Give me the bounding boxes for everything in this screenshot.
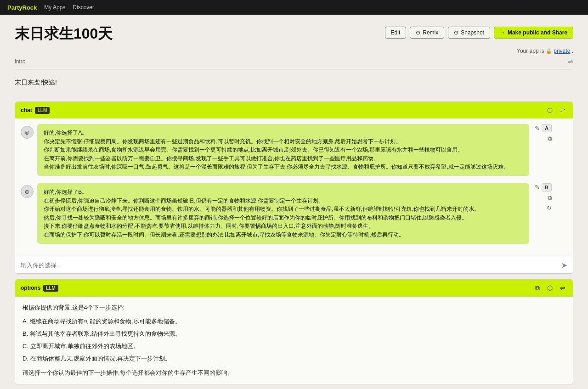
chat-input[interactable]	[21, 262, 558, 269]
options-header-left: options LLM	[21, 285, 58, 292]
share-button[interactable]: → Make public and Share	[494, 27, 573, 39]
edit-button[interactable]: Edit	[385, 27, 407, 39]
chat-badge: LLM	[35, 107, 50, 114]
remix-button[interactable]: ⊙ Remix	[410, 27, 444, 39]
chat-header-right: ⬡ ⇌	[545, 106, 567, 115]
copy-message-a-icon[interactable]: ⧉	[548, 135, 552, 142]
intro-label: intro	[15, 58, 25, 65]
header-actions: Edit ⊙ Remix ⊙ Snapshot → Make public an…	[385, 27, 573, 39]
page-title: 末日求生100天	[15, 24, 385, 44]
bubble-b: 好的,你选择了B。 在初步停慌后,你强迫自己冷静下来。你判断这个商场虽然破旧,但…	[37, 183, 529, 244]
avatar: ☺	[21, 126, 34, 139]
intro-section: intro ⇌	[15, 58, 573, 69]
chat-export-button[interactable]: ⬡	[545, 106, 554, 115]
copy-message-b-icon[interactable]: ⧉	[548, 194, 552, 202]
options-type-label: options	[21, 285, 40, 291]
chat-input-row: ➤	[15, 257, 573, 273]
bubble-b-actions: ✎ B ⧉ ↻	[535, 183, 552, 211]
nav-discover[interactable]: Discover	[73, 4, 94, 11]
chat-settings-button[interactable]: ⇌	[558, 106, 567, 115]
filter-icon[interactable]: ⇌	[568, 58, 573, 65]
option-item-d: D. 在商场休整几天,观察外面的情况,再决定下一步计划。	[23, 354, 565, 364]
options-settings-button[interactable]: ⇌	[558, 283, 567, 293]
avatar-icon: ☺	[24, 129, 30, 136]
options-intro: 根据你提供的背景,这是4个下一步选择:	[23, 303, 565, 313]
chat-message: ☺ 好的,你选择了A。 你决定先不慌张,仔细观察四周。你发现商场里还有一些过期食…	[21, 124, 567, 176]
snapshot-button[interactable]: ⊙ Snapshot	[448, 27, 490, 39]
options-widget-header: options LLM ⧉ ⬡ ⇌	[15, 280, 573, 297]
refresh-message-b-icon[interactable]: ↻	[547, 204, 552, 211]
chat-header-left: chat LLM	[21, 107, 50, 114]
navbar: PartyRock My Apps Discover	[0, 0, 588, 15]
brand-logo: PartyRock	[7, 4, 37, 11]
options-copy-button[interactable]: ⧉	[533, 283, 542, 293]
privacy-row: Your app is 🔒 private .	[0, 48, 588, 58]
options-body: 根据你提供的背景,这是4个下一步选择: A. 继续在商场寻找所有可能的资源和食物…	[15, 297, 573, 384]
edit-message-b-icon[interactable]: ✎	[535, 184, 540, 191]
share-arrow-icon: →	[500, 29, 505, 36]
page-header: 末日求生100天 Edit ⊙ Remix ⊙ Snapshot → Make …	[0, 15, 588, 48]
share-label: Make public and Share	[508, 29, 567, 36]
privacy-end: .	[572, 48, 573, 54]
bubble-a-actions: ✎ A ⧉	[535, 124, 552, 142]
bubble-b-label: B	[542, 183, 552, 192]
snapshot-icon: ⊙	[454, 29, 458, 36]
privacy-link[interactable]: private	[554, 48, 570, 54]
send-icon[interactable]: ➤	[561, 261, 567, 270]
lock-icon: 🔒	[546, 48, 552, 54]
options-widget: options LLM ⧉ ⬡ ⇌ 根据你提供的背景,这是4个下一步选择: A.…	[15, 279, 573, 385]
remix-label: Remix	[423, 29, 438, 36]
snapshot-label: Snapshot	[461, 29, 484, 36]
chat-widget-header: chat LLM ⬡ ⇌	[15, 102, 573, 118]
chat-widget: chat LLM ⬡ ⇌ ☺ 好的,你选择了A。 你决定先不慌张,仔细观察四周。…	[15, 101, 573, 274]
option-item-c: C. 立即离开城市,单独前往郊外的农场地区。	[23, 342, 565, 351]
options-export-button[interactable]: ⬡	[545, 283, 554, 293]
chat-type-label: chat	[21, 107, 32, 113]
avatar: ☺	[21, 185, 34, 198]
avatar-icon: ☺	[24, 188, 30, 195]
chat-message: ☺ 好的,你选择了B。 在初步停慌后,你强迫自己冷静下来。你判断这个商场虽然破旧…	[21, 183, 567, 244]
bubble-a: 好的,你选择了A。 你决定先不慌张,仔细观察四周。你发现商场里还有一些过期食品和…	[37, 124, 529, 176]
options-badge: LLM	[43, 285, 58, 292]
nav-my-apps[interactable]: My Apps	[44, 4, 65, 11]
options-header-right: ⧉ ⬡ ⇌	[533, 283, 567, 293]
edit-message-a-icon[interactable]: ✎	[535, 125, 540, 132]
option-item-a: A. 继续在商场寻找所有可能的资源和食物,尽可能多地储备。	[23, 317, 565, 327]
option-item-b: B. 尝试与其他幸存者联系,结伴外出寻找更持久的食物来源。	[23, 329, 565, 339]
intro-text: 末日来袭!快逃!	[0, 75, 588, 101]
chat-body: ☺ 好的,你选择了A。 你决定先不慌张,仔细观察四周。你发现商场里还有一些过期食…	[15, 118, 573, 257]
bubble-a-label: A	[542, 124, 552, 132]
options-footer: 请选择一个你认为最佳的下一步操作,每个选择都会对你的生存产生不同的影响。	[23, 368, 565, 378]
remix-icon: ⊙	[416, 29, 420, 36]
privacy-text: Your app is	[517, 48, 544, 54]
